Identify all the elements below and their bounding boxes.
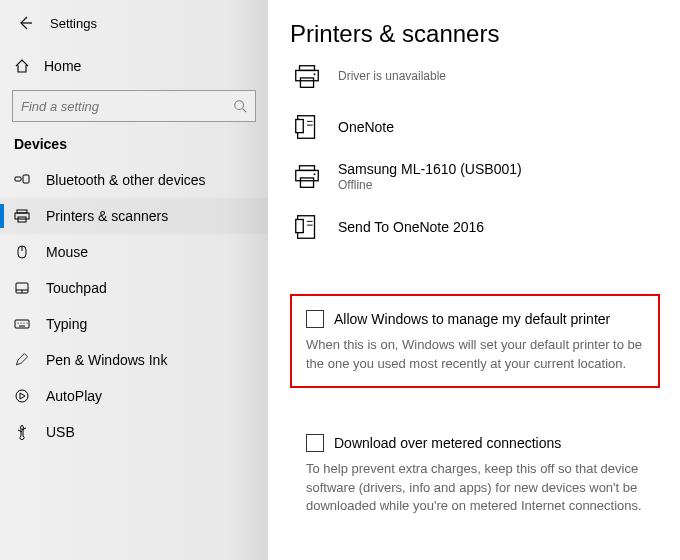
svg-point-12	[17, 322, 18, 323]
svg-rect-18	[300, 66, 315, 71]
settings-sidebar: Settings Home Devices Bluetooth & other …	[0, 0, 268, 560]
sidebar-home-label: Home	[44, 58, 81, 74]
device-item[interactable]: Samsung ML-1610 (USB001) Offline	[290, 154, 660, 204]
default-printer-section: Allow Windows to manage my default print…	[290, 294, 660, 388]
svg-point-15	[26, 322, 27, 323]
sidebar-item-touchpad[interactable]: Touchpad	[0, 270, 268, 306]
search-input[interactable]	[21, 99, 233, 114]
sidebar-item-label: Touchpad	[46, 280, 107, 296]
onenote-device-icon	[290, 110, 324, 144]
main-panel: Printers & scanners Driver is unavailabl…	[268, 0, 680, 560]
device-item[interactable]: Send To OneNote 2016	[290, 204, 660, 254]
back-arrow-icon	[17, 15, 33, 31]
home-icon	[14, 58, 30, 74]
sidebar-item-autoplay[interactable]: AutoPlay	[0, 378, 268, 414]
metered-section: Download over metered connections To hel…	[290, 434, 660, 517]
page-title: Printers & scanners	[290, 20, 660, 48]
svg-rect-2	[23, 175, 29, 183]
svg-rect-23	[296, 120, 304, 133]
default-printer-checkbox[interactable]	[306, 310, 324, 328]
device-name: Send To OneNote 2016	[338, 218, 484, 236]
autoplay-icon	[14, 388, 30, 404]
svg-point-0	[235, 101, 244, 110]
svg-rect-27	[296, 170, 319, 180]
sidebar-item-printers[interactable]: Printers & scanners	[0, 198, 268, 234]
svg-rect-19	[296, 70, 319, 80]
printer-device-icon	[290, 60, 324, 94]
device-name: Samsung ML-1610 (USB001)	[338, 160, 522, 178]
sidebar-item-label: Typing	[46, 316, 87, 332]
svg-rect-31	[296, 220, 304, 233]
default-printer-label: Allow Windows to manage my default print…	[334, 311, 610, 327]
metered-label: Download over metered connections	[334, 435, 561, 451]
sidebar-home[interactable]: Home	[0, 48, 268, 84]
svg-point-13	[20, 322, 21, 323]
sidebar-item-typing[interactable]: Typing	[0, 306, 268, 342]
window-title: Settings	[50, 16, 97, 31]
svg-rect-26	[300, 166, 315, 171]
device-name: OneNote	[338, 118, 394, 136]
sidebar-item-pen[interactable]: Pen & Windows Ink	[0, 342, 268, 378]
device-item[interactable]: Driver is unavailable	[290, 60, 660, 104]
onenote-device-icon	[290, 210, 324, 244]
back-button[interactable]	[14, 12, 36, 34]
sidebar-item-label: Mouse	[46, 244, 88, 260]
printer-icon	[14, 208, 30, 224]
svg-rect-1	[15, 177, 21, 181]
usb-icon	[14, 424, 30, 440]
svg-rect-28	[300, 178, 313, 187]
svg-point-14	[23, 322, 24, 323]
sidebar-item-bluetooth[interactable]: Bluetooth & other devices	[0, 162, 268, 198]
metered-desc: To help prevent extra charges, keep this…	[306, 460, 644, 517]
pen-icon	[14, 352, 30, 368]
keyboard-icon	[14, 316, 30, 332]
svg-point-29	[314, 173, 316, 175]
sidebar-item-label: AutoPlay	[46, 388, 102, 404]
svg-rect-20	[300, 78, 313, 87]
default-printer-desc: When this is on, Windows will set your d…	[306, 336, 644, 374]
search-box[interactable]	[12, 90, 256, 122]
sidebar-item-label: Bluetooth & other devices	[46, 172, 206, 188]
device-status: Offline	[338, 178, 522, 194]
svg-point-21	[314, 73, 316, 75]
metered-checkbox[interactable]	[306, 434, 324, 452]
sidebar-item-label: Pen & Windows Ink	[46, 352, 167, 368]
bluetooth-icon	[14, 172, 30, 188]
printer-device-icon	[290, 160, 324, 194]
mouse-icon	[14, 244, 30, 260]
svg-rect-11	[15, 320, 29, 328]
sidebar-item-label: Printers & scanners	[46, 208, 168, 224]
device-item[interactable]: OneNote	[290, 104, 660, 154]
svg-point-17	[16, 390, 28, 402]
sidebar-item-usb[interactable]: USB	[0, 414, 268, 450]
device-status: Driver is unavailable	[338, 69, 446, 85]
touchpad-icon	[14, 280, 30, 296]
sidebar-item-mouse[interactable]: Mouse	[0, 234, 268, 270]
sidebar-item-label: USB	[46, 424, 75, 440]
search-icon	[233, 99, 247, 113]
sidebar-group-devices: Devices	[0, 136, 268, 162]
svg-rect-4	[15, 213, 29, 219]
